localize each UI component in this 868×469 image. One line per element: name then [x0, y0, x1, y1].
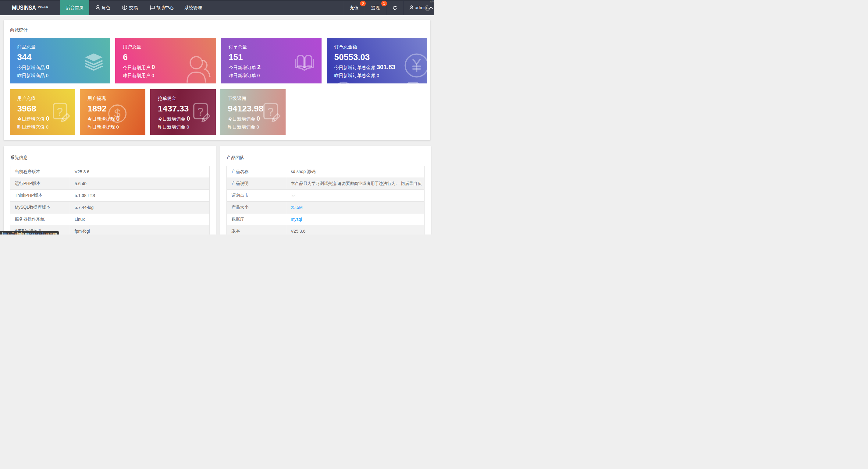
svg-text:?: ?: [267, 106, 273, 118]
svg-text:?: ?: [197, 106, 204, 118]
svg-text:$: $: [114, 107, 120, 120]
svg-text:?: ?: [57, 106, 63, 118]
